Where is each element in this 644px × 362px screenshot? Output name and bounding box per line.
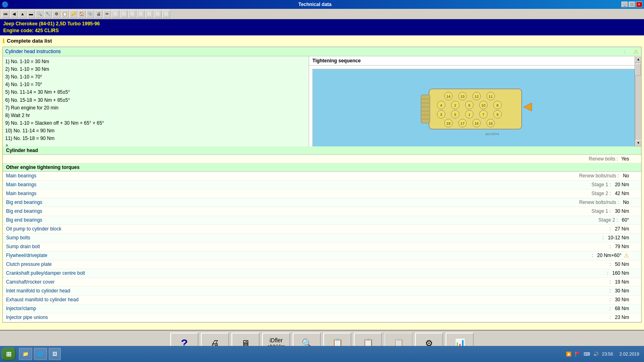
scroll-up[interactable]: ▲ <box>635 56 641 63</box>
app-content: ℹ Complete data list Cylinder head instr… <box>0 35 644 330</box>
section-title: ℹ Complete data list <box>2 38 642 44</box>
instruction-9: 9) No. 1-10 = Slacken off + 30 Nm + 65° … <box>5 119 306 127</box>
torque-label: : <box>609 315 611 320</box>
toolbar-print[interactable]: 🖨 <box>95 10 103 18</box>
renew-bolts-value: Yes <box>621 156 629 162</box>
torque-value: 79 Nm <box>615 244 629 249</box>
torque-label: Stage 1 : <box>592 182 611 187</box>
torque-value: 20 Nm <box>615 182 629 187</box>
cylinder-head-header: Cylinder head instructions : ⚠ <box>3 47 641 56</box>
window-title: Technical data <box>298 2 331 7</box>
torque-right: Stage 1 : 30 Nm <box>592 208 629 214</box>
torque-part: Crankshaft pulley/damper centre bolt <box>6 270 127 276</box>
scroll-thumb[interactable] <box>635 64 641 76</box>
torque-part: Flywheel/driveplate <box>6 253 127 258</box>
torque-right: Stage 1 : 20 Nm <box>592 182 629 187</box>
right-scrollbar[interactable]: ▲ ▼ <box>635 56 641 146</box>
toolbar-b1[interactable]: ⬜ <box>111 10 120 18</box>
torque-label: : <box>609 288 611 294</box>
content-panel: Cylinder head instructions : ⚠ 1) No. 1-… <box>2 47 642 323</box>
toolbar-first[interactable]: ⏮ <box>2 10 10 18</box>
torque-right: : 27 Nm <box>609 226 629 232</box>
svg-text:12: 12 <box>475 95 479 99</box>
svg-marker-8 <box>524 103 532 111</box>
start-button[interactable]: ⊞ <box>2 348 16 360</box>
chrome-icon: 🌐 <box>37 351 43 357</box>
vehicle-line2: Engine code: 425 CLIRS <box>3 27 641 34</box>
toolbar-b3[interactable]: ⬜ <box>128 10 136 18</box>
toolbar-clip[interactable]: 📎 <box>86 10 94 18</box>
toolbar-b6[interactable]: ⬜ <box>154 10 162 18</box>
toolbar-b5[interactable]: ⬜ <box>145 10 153 18</box>
close-button[interactable]: ✕ <box>636 2 642 7</box>
toolbar-b2[interactable]: ⬜ <box>120 10 128 18</box>
torque-label: : <box>607 270 608 276</box>
torque-row: Main bearings Stage 2 : 42 Nm <box>3 189 641 198</box>
svg-text:7: 7 <box>482 113 484 117</box>
torque-value: 30 Nm <box>615 297 629 302</box>
explorer-icon: 📁 <box>23 351 29 357</box>
torque-part: Oil pump to cylinder block <box>6 226 127 232</box>
scroll-down[interactable]: ▼ <box>635 140 641 146</box>
toolbar-triangle[interactable]: ▲ <box>19 10 27 18</box>
torque-right: Renew bolts/nuts : No <box>579 173 629 179</box>
svg-text:10: 10 <box>481 103 485 107</box>
torque-value: 30 Nm <box>615 288 629 294</box>
svg-text:8: 8 <box>496 103 498 107</box>
systray-speaker: 🔊 <box>593 352 599 357</box>
taskbar-app-explorer[interactable]: 📁 <box>19 348 32 360</box>
right-column: Tightening sequence <box>309 56 641 146</box>
torque-right: : 160 Nm <box>607 270 629 276</box>
maximize-button[interactable]: □ <box>629 2 635 7</box>
svg-text:15: 15 <box>489 121 493 125</box>
torque-part: Big end bearings <box>6 208 127 214</box>
taskbar-app-media[interactable]: 🖼 <box>49 348 61 360</box>
torque-value: 68 Nm <box>615 306 629 311</box>
torque-part: Main bearings <box>6 173 127 179</box>
torque-value: 60° <box>622 217 629 223</box>
two-col-layout: 1) No. 1-10 = 30 Nm 2) No. 1-10 = 30 Nm … <box>3 56 641 146</box>
toolbar-rect[interactable]: ▬ <box>27 10 35 18</box>
toolbar-key[interactable]: 🔑 <box>69 10 77 18</box>
taskbar-app-chrome[interactable]: 🌐 <box>34 348 47 360</box>
toolbar-edit[interactable]: ✏ <box>103 10 111 18</box>
toolbar-home[interactable]: 🏠 <box>78 10 86 18</box>
cylinder-head-sub: Cylinder head <box>3 146 641 155</box>
title-bar: 🔵 Technical data _ □ ✕ <box>0 0 644 9</box>
torque-label: Renew bolts/nuts : <box>579 173 619 179</box>
torque-value: No <box>623 200 629 205</box>
section-title-text: Complete data list <box>7 38 52 44</box>
torque-part: Main bearings <box>6 191 127 196</box>
svg-text:4: 4 <box>440 103 442 107</box>
svg-text:14: 14 <box>446 95 450 99</box>
cylinder-head-title[interactable]: Cylinder head instructions <box>5 49 61 54</box>
torque-label: : <box>609 306 611 311</box>
toolbar-tools[interactable]: 🔧 <box>44 10 52 18</box>
toolbar-prev[interactable]: ◀ <box>10 10 18 18</box>
minimize-button[interactable]: _ <box>621 2 628 7</box>
instruction-11: 11) No. 15-18 = 90 Nm <box>5 135 306 142</box>
systray-date: 2.02.2019 <box>619 352 639 356</box>
torque-row: Oil pump to cylinder block : 27 Nm <box>3 225 641 234</box>
toolbar-b4[interactable]: ⬜ <box>137 10 145 18</box>
toolbar-search[interactable]: 🔍 <box>35 10 43 18</box>
torque-label: : <box>609 226 611 232</box>
systray-clock: 23:56 <box>602 352 613 356</box>
toolbar-clipboard[interactable]: 📋 <box>61 10 69 18</box>
toolbar-b7[interactable]: ⬜ <box>162 10 170 18</box>
torque-part: Injector/clamp <box>6 306 127 311</box>
app-window: 🔵 Technical data _ □ ✕ ⏮ ◀ ▲ ▬ 🔍 🔧 ⚙ 📋 🔑… <box>0 0 644 362</box>
instructions-text[interactable]: 1) No. 1-10 = 30 Nm 2) No. 1-10 = 30 Nm … <box>3 56 309 146</box>
toolbar-settings[interactable]: ⚙ <box>52 10 60 18</box>
svg-text:2: 2 <box>454 103 456 107</box>
torque-label: Stage 1 : <box>592 208 611 214</box>
torque-row: Sump drain bolt : 79 Nm <box>3 243 641 251</box>
svg-text:3: 3 <box>440 113 442 117</box>
torque-label: Stage 2 : <box>599 217 618 223</box>
torque-right: Stage 2 : 42 Nm <box>592 191 629 196</box>
torque-part: Inlet manifold to cylinder head <box>6 288 127 294</box>
instruction-6: 6) No. 15-18 = 30 Nm + 85±5° <box>5 97 306 104</box>
torque-part: Big end bearings <box>6 217 127 223</box>
torque-value: 30 Nm <box>615 208 629 214</box>
torque-value: 20 Nm+60° <box>597 253 622 258</box>
